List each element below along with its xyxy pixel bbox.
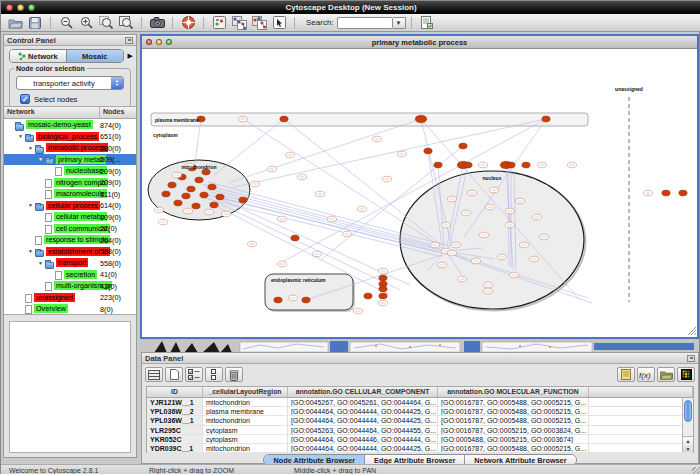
window-titlebar[interactable]: Cytoscape Desktop (New Session) — [1, 1, 700, 14]
zoom-out-button[interactable] — [56, 15, 76, 31]
tree-row[interactable]: nitrogen compo209(0) — [4, 177, 136, 189]
help-button[interactable] — [178, 15, 198, 31]
select-nodes-checkbox[interactable]: ✓ — [20, 94, 30, 104]
table-cell[interactable]: cytoplasm — [203, 426, 288, 434]
expand-arrow-icon[interactable]: ▼ — [38, 260, 43, 266]
table-row[interactable]: YLR295Ccytoplasm[GO:0045263, GO:0044464,… — [147, 426, 693, 435]
save-session-button[interactable] — [25, 15, 45, 31]
expand-arrow-icon[interactable]: ▼ — [18, 133, 23, 139]
table-cell[interactable]: YPL036W__2 — [147, 407, 203, 415]
tree-row[interactable]: ▼cellular process614(0) — [4, 200, 136, 212]
table-cell[interactable]: mitochondrion — [203, 444, 288, 452]
snapshot-button[interactable] — [147, 15, 167, 31]
import-attributes-button[interactable] — [657, 367, 675, 382]
table-scrollbar[interactable]: ▲▼ — [682, 398, 693, 452]
matrix-view-button[interactable] — [677, 367, 695, 382]
table-cell[interactable]: mitochondrion — [203, 416, 288, 424]
unselect-attributes-button[interactable] — [205, 367, 223, 382]
tab-overflow-button[interactable]: ▶ — [128, 52, 133, 60]
table-cell[interactable]: [GO:0005488, GO:0005215, GO:0003674] — [438, 435, 589, 443]
delete-attribute-button[interactable] — [225, 367, 243, 382]
tree-row[interactable]: macromolecule311(0) — [4, 188, 136, 200]
select-attributes-button[interactable] — [185, 367, 203, 382]
column-header-region[interactable]: _cellularLayoutRegion — [203, 387, 288, 397]
scrollbar-thumb[interactable] — [684, 400, 692, 422]
table-cell[interactable]: plasma membrane — [203, 407, 288, 415]
table-cell[interactable]: [GO:0016787, GO:0005488, GO:0005215, G..… — [438, 444, 589, 452]
table-cell[interactable]: [GO:0016787, GO:0005215, GO:0003824, G..… — [438, 426, 589, 434]
expand-arrow-icon[interactable]: ▼ — [28, 145, 33, 151]
zoom-selected-region-button[interactable] — [96, 15, 116, 31]
table-cell[interactable]: [GO:0045263, GO:0044464, GO:0044455, G..… — [288, 426, 438, 434]
tree-row[interactable]: ▼primary metab209(... — [4, 154, 136, 166]
zoom-in-button[interactable] — [76, 15, 96, 31]
tab-mosaic[interactable]: Mosaic — [66, 50, 123, 62]
tree-item-node-count: 209(0) — [100, 167, 121, 176]
merge-networks-button[interactable] — [229, 15, 249, 31]
select-nodes-row[interactable]: ✓ Select nodes — [20, 94, 126, 104]
tree-row[interactable]: cellular metabo209(0) — [4, 211, 136, 223]
table-row[interactable]: YDR039C__1mitochondrion[GO:0044464, GO:0… — [147, 444, 693, 453]
table-cell[interactable]: [GO:0016787, GO:0005488, GO:0005215, G..… — [438, 416, 589, 424]
attribute-notes-button[interactable] — [617, 367, 635, 382]
search-options-button[interactable]: ▼ — [393, 17, 406, 29]
tree-column-nodes[interactable]: Nodes — [99, 107, 136, 118]
tree-row[interactable]: ▼transport558(0) — [4, 257, 136, 269]
zoom-fit-button[interactable] — [116, 15, 136, 31]
network-view-frame[interactable]: primary metabolic process plasma membran… — [140, 34, 699, 339]
table-cell[interactable]: [GO:0044464, GO:0044444, GO:0044425, G..… — [288, 407, 438, 415]
search-input[interactable] — [337, 17, 393, 29]
table-row[interactable]: YPL036W__1mitochondrion[GO:0044464, GO:0… — [147, 416, 693, 425]
tree-row[interactable]: ▼establishment of lo558(0) — [4, 246, 136, 258]
table-cell[interactable]: cytoplasm — [203, 435, 288, 443]
table-cell[interactable]: [GO:0016787, GO:0005488, GO:0005215, G..… — [438, 398, 589, 406]
float-panel-icon[interactable] — [125, 37, 133, 44]
table-cell[interactable]: mitochondrion — [203, 398, 288, 406]
tree-row[interactable]: ▼biological_process651(0) — [4, 131, 136, 143]
attribute-table-button[interactable] — [145, 367, 163, 382]
expand-arrow-icon[interactable]: ▼ — [28, 248, 33, 254]
table-cell[interactable]: YJR121W__1 — [147, 398, 203, 406]
node-color-dropdown[interactable]: transporter activity ▲▼ — [16, 76, 124, 90]
table-cell[interactable]: [GO:0044464, GO:0044444, GO:0044425, G..… — [288, 416, 438, 424]
tree-row[interactable]: mosaic-demo-yeast874(0) — [4, 119, 136, 131]
tree-column-network[interactable]: Network — [4, 107, 99, 118]
tree-row[interactable]: ▼metabolic process280(0) — [4, 142, 136, 154]
table-cell[interactable]: YLR295C — [147, 426, 203, 434]
table-cell[interactable]: [GO:0044464, GO:0044446, GO:0044444, G..… — [288, 435, 438, 443]
tree-row[interactable]: unassigned223(0) — [4, 292, 136, 304]
expand-arrow-icon[interactable]: ▼ — [38, 156, 43, 162]
new-attribute-button[interactable] — [165, 367, 183, 382]
column-header-id[interactable]: ID — [147, 387, 203, 397]
float-panel-icon[interactable] — [687, 355, 695, 362]
tree-row[interactable]: cell communicat22(0) — [4, 223, 136, 235]
table-cell[interactable]: YPL036W__1 — [147, 416, 203, 424]
tree-row[interactable]: response to stimulu264(0) — [4, 234, 136, 246]
tree-row[interactable]: nucleobase-209(0) — [4, 165, 136, 177]
compare-networks-button[interactable] — [249, 15, 269, 31]
table-row[interactable]: YKR052Ccytoplasm[GO:0044464, GO:0044446,… — [147, 435, 693, 444]
column-header-molecular-function[interactable]: annotation.GO MOLECULAR_FUNCTION — [438, 387, 589, 397]
table-cell[interactable]: [GO:0044464, GO:0044444, GO:0044425, G..… — [288, 444, 438, 452]
formula-builder-button[interactable]: f(x) — [637, 367, 655, 382]
tree-row[interactable]: secretion41(0) — [4, 269, 136, 281]
image-generator-button[interactable] — [209, 15, 229, 31]
open-file-button[interactable] — [5, 15, 25, 31]
table-row[interactable]: YJR121W__1mitochondrion[GO:0045267, GO:0… — [147, 398, 693, 407]
tree-row[interactable]: Overview8(0) — [4, 303, 136, 315]
window-resize-grip[interactable] — [692, 467, 700, 474]
network-view-titlebar[interactable]: primary metabolic process — [142, 36, 697, 49]
annotation-button[interactable] — [269, 15, 289, 31]
table-cell[interactable]: [GO:0016787, GO:0005488, GO:0005215, G..… — [438, 407, 589, 415]
column-header-cellular-component[interactable]: annotation.GO CELLULAR_COMPONENT — [288, 387, 438, 397]
table-cell[interactable]: [GO:0045267, GO:0045261, GO:0044464, G..… — [288, 398, 438, 406]
tree-row[interactable]: multi-organism pro42(0) — [4, 280, 136, 292]
network-canvas[interactable]: plasma membranecytoplasmmitochondrionnuc… — [142, 49, 697, 337]
table-cell[interactable]: YKR052C — [147, 435, 203, 443]
tab-network[interactable]: Network — [10, 50, 66, 62]
table-cell[interactable]: YDR039C__1 — [147, 444, 203, 452]
session-note-button[interactable] — [417, 15, 437, 31]
table-row[interactable]: YPL036W__2plasma membrane[GO:0044464, GO… — [147, 407, 693, 416]
expand-arrow-icon[interactable]: ▼ — [28, 202, 33, 208]
scrollbar-arrows[interactable]: ▲▼ — [683, 436, 693, 452]
